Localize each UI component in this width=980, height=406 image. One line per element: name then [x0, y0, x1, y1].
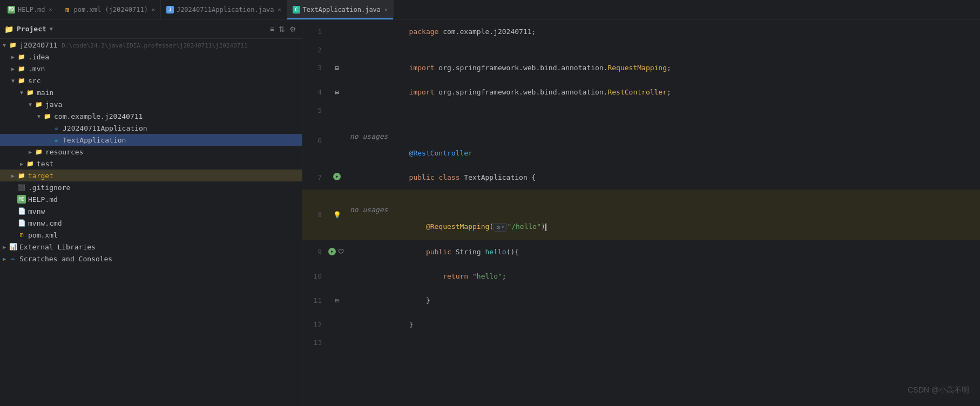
run-icon[interactable] [333, 173, 341, 180]
target-label: target [28, 172, 53, 180]
code-cell: } [346, 313, 980, 337]
extlibs-arrow: ▶ [0, 244, 9, 250]
tree-root[interactable]: ▼ 📁 j20240711 D:\code\24-2\java\IDEA.pro… [0, 39, 302, 51]
table-row: 12 } [302, 313, 980, 337]
line-number: 11 [302, 288, 328, 313]
text-cursor [545, 224, 546, 231]
no-usage-hint: no usages [350, 132, 388, 140]
gutter-cell [328, 264, 346, 288]
tree-item-mvnw[interactable]: 📄 mvnw [0, 205, 302, 217]
tab-close-help-md[interactable]: ✕ [49, 6, 52, 12]
table-row: 11 ⊟ } [302, 288, 980, 313]
tree-item-resources[interactable]: ▶ 📁 resources [0, 146, 302, 158]
tree-item-src[interactable]: ▼ 📁 src [0, 75, 302, 86]
fold-icon[interactable]: ⊟ [333, 89, 341, 96]
tab-label-pom-xml: pom.xml (j20240711) [74, 6, 148, 13]
shield-icon: 🛡 [337, 248, 344, 255]
tab-close-textapp[interactable]: ✕ [384, 6, 388, 12]
tab-close-pom-xml[interactable]: ✕ [152, 6, 155, 12]
helpmd-label: HELP.md [28, 195, 58, 204]
tree-item-package[interactable]: ▼ 📁 com.example.j20240711 [0, 110, 302, 122]
tree-item-java[interactable]: ▼ 📁 java [0, 98, 302, 110]
gutter-cell: 🛡 [328, 240, 346, 264]
line-number: 9 [302, 240, 328, 264]
folder-icon: 📁 [4, 25, 13, 33]
sidebar-title: 📁 Project ▼ [4, 25, 53, 33]
tab-j20240711-app[interactable]: J J20240711Application.java ✕ [161, 0, 287, 19]
target-arrow: ▶ [9, 173, 17, 179]
tree-item-main[interactable]: ▼ 📁 main [0, 86, 302, 98]
tab-text-app[interactable]: C TextApplication.java ✕ [287, 0, 394, 19]
run-icon[interactable] [328, 248, 336, 255]
src-label: src [28, 77, 40, 85]
line-number: 8 [302, 190, 328, 240]
tree-item-scratches[interactable]: ▶ ✏ Scratches and Consoles [0, 253, 302, 265]
code-area[interactable]: 1 package com.example.j20240711; 2 [302, 19, 980, 406]
j20240711app-label: J20240711Application [63, 124, 147, 132]
mvnw-icon: 📄 [17, 207, 26, 215]
gutter-cell [328, 44, 346, 56]
table-row: 1 package com.example.j20240711; [302, 19, 980, 44]
tree-item-pomxml[interactable]: m pom.xml [0, 229, 302, 241]
root-label: j20240711 D:\code\24-2\java\IDEA.profess… [19, 41, 248, 49]
tree-item-target[interactable]: ▶ 📁 target [0, 170, 302, 181]
code-cell: no usages @RestController [346, 116, 980, 165]
root-folder-icon: 📁 [9, 40, 17, 49]
tab-icon-textapp: C [293, 6, 300, 13]
package-arrow: ▼ [35, 113, 43, 119]
table-row: 13 [302, 337, 980, 349]
main-folder-icon: 📁 [26, 88, 35, 97]
sidebar-project-label: Project [17, 25, 46, 33]
tree-item-external-libs[interactable]: ▶ 📊 External Libraries [0, 241, 302, 253]
idea-label: .idea [28, 53, 49, 61]
line-number: 2 [302, 44, 328, 56]
keyword: class [438, 173, 459, 181]
mvnwcmd-label: mvnw.cmd [28, 219, 62, 227]
keyword: public [426, 248, 451, 256]
code-cell: public String hello(){ [346, 240, 980, 264]
tree-item-helpmd[interactable]: MD HELP.md [0, 193, 302, 205]
table-row: 6 no usages @RestController [302, 116, 980, 165]
gutter-cell [328, 165, 346, 190]
tree-item-mvn[interactable]: ▶ 📁 .mvn [0, 63, 302, 75]
table-row: 10 return "hello"; [302, 264, 980, 288]
tree-item-j20240711-app[interactable]: ☕ J20240711Application [0, 122, 302, 134]
tab-icon-j20240711: J [166, 6, 174, 13]
inline-widget[interactable]: ⚙▾ [494, 223, 507, 232]
collapse-all-button[interactable]: ≡ [269, 24, 275, 35]
code-cell: import org.springframework.web.bind.anno… [346, 56, 980, 80]
code-cell: return "hello"; [346, 264, 980, 288]
request-mapping: @RequestMapping [426, 222, 489, 231]
keyword: return [443, 272, 468, 280]
expand-all-button[interactable]: ⇅ [278, 24, 286, 35]
fold-icon[interactable]: ⊟ [333, 297, 341, 304]
main-layout: 📁 Project ▼ ≡ ⇅ ⚙ ▼ 📁 j20240711 D:\code\… [0, 19, 980, 406]
code-cell [346, 337, 980, 349]
bulb-icon[interactable]: 💡 [333, 211, 341, 219]
sidebar-dropdown-icon[interactable]: ▼ [50, 26, 53, 32]
line-number: 7 [302, 165, 328, 190]
tab-pom-xml[interactable]: m pom.xml (j20240711) ✕ [58, 0, 161, 19]
tree-item-test[interactable]: ▶ 📁 test [0, 158, 302, 170]
tree-item-mvnwcmd[interactable]: 📄 mvnw.cmd [0, 217, 302, 229]
tree-item-textapp[interactable]: ☕ TextApplication [0, 134, 302, 146]
tab-close-j20240711[interactable]: ✕ [278, 6, 281, 12]
settings-button[interactable]: ⚙ [288, 24, 298, 35]
keyword: package [409, 28, 439, 36]
test-label: test [37, 160, 53, 168]
resources-folder-icon: 📁 [35, 147, 43, 156]
pomxml-label: pom.xml [28, 231, 58, 239]
tree-item-gitignore[interactable]: ⬛ .gitignore [0, 181, 302, 193]
scratches-arrow: ▶ [0, 256, 9, 262]
scratches-icon: ✏ [9, 254, 17, 263]
fold-icon[interactable]: ⊟ [333, 64, 341, 72]
line-number: 3 [302, 56, 328, 80]
editor-area: 1 package com.example.j20240711; 2 [302, 19, 980, 406]
test-folder-icon: 📁 [26, 159, 35, 168]
main-label: main [37, 89, 53, 97]
gitignore-label: .gitignore [28, 184, 70, 192]
tab-help-md[interactable]: MD HELP.md ✕ [2, 0, 58, 19]
no-usage-hint: no usages [350, 206, 388, 214]
table-row: 3 ⊟ import org.springframework.web.bind.… [302, 56, 980, 80]
tree-item-idea[interactable]: ▶ 📁 .idea [0, 51, 302, 63]
